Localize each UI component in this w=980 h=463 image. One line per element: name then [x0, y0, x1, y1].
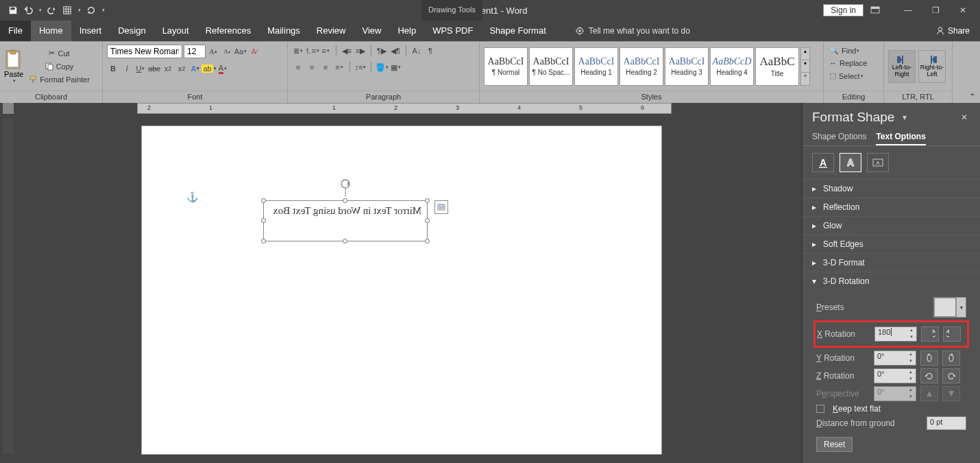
replace-button[interactable]: ↔Replace — [828, 58, 868, 69]
superscript-icon[interactable]: x2 — [175, 62, 188, 75]
vertical-ruler[interactable] — [3, 118, 14, 454]
maximize-button[interactable]: ❐ — [925, 5, 946, 15]
rtl-button[interactable]: Right-to-Left — [918, 50, 946, 83]
resize-handle[interactable] — [343, 198, 347, 203]
align-right-icon[interactable]: ≡ — [319, 61, 332, 73]
layout-options-icon[interactable] — [434, 200, 448, 214]
find-button[interactable]: 🔍Find▾ — [828, 45, 861, 56]
style-no-spacing[interactable]: AaBbCcI¶ No Spac... — [529, 47, 573, 86]
z-rotate-ccw-icon[interactable] — [920, 368, 938, 383]
styles-scroll-up[interactable]: ▴ — [801, 48, 809, 60]
rotation-handle-icon[interactable] — [339, 178, 352, 197]
numbering-icon[interactable]: ⒈≡▾ — [306, 45, 318, 57]
tab-file[interactable]: File — [0, 21, 31, 41]
section-soft-edges[interactable]: ▸Soft Edges — [803, 235, 980, 253]
textbox-content[interactable]: Mirror Text in Word using Text Box — [269, 204, 421, 218]
tab-view[interactable]: View — [354, 21, 389, 41]
x-rotation-input[interactable]: 180▲▼ — [874, 327, 917, 342]
tab-review[interactable]: Review — [308, 21, 354, 41]
text-box[interactable]: Mirror Text in Word using Text Box — [263, 200, 428, 241]
keep-flat-checkbox[interactable] — [816, 405, 824, 413]
resize-handle[interactable] — [343, 239, 347, 244]
font-size-input[interactable] — [184, 45, 206, 58]
horizontal-ruler[interactable]: 2 1 1 2 3 4 5 6 — [137, 103, 672, 114]
style-heading1[interactable]: AaBbCcIHeading 1 — [574, 47, 618, 86]
show-marks-icon[interactable]: ¶ — [424, 45, 437, 57]
resize-handle[interactable] — [261, 198, 266, 203]
ltr-direction-icon[interactable]: ¶▶ — [376, 45, 388, 57]
underline-icon[interactable]: U▾ — [134, 62, 147, 75]
text-effects-icon[interactable]: A▾ — [189, 62, 201, 75]
styles-scroll-down[interactable]: ▾ — [801, 60, 809, 72]
resize-handle[interactable] — [261, 239, 266, 244]
tab-home[interactable]: Home — [31, 21, 71, 41]
shading-icon[interactable]: 🪣▾ — [376, 61, 388, 73]
z-rotation-input[interactable]: 0°▲▼ — [874, 368, 916, 383]
undo-dropdown[interactable]: ▾ — [39, 8, 42, 13]
decrease-indent-icon[interactable]: ◀≡ — [341, 45, 353, 57]
save-icon[interactable] — [8, 5, 18, 15]
refresh-icon[interactable] — [86, 5, 96, 15]
styles-more[interactable]: ▿ — [801, 72, 809, 84]
presets-preview[interactable] — [934, 298, 956, 317]
resize-handle[interactable] — [425, 218, 430, 223]
tab-mailings[interactable]: Mailings — [259, 21, 308, 41]
minimize-button[interactable]: — — [898, 5, 918, 15]
close-button[interactable]: ✕ — [953, 5, 973, 15]
format-painter-button[interactable]: Format Painter — [27, 74, 91, 85]
style-normal[interactable]: AaBbCcI¶ Normal — [484, 47, 528, 86]
share-button[interactable]: Share — [925, 21, 980, 41]
z-rotate-cw-icon[interactable] — [942, 368, 960, 383]
clear-format-icon[interactable]: A⁄ — [248, 45, 260, 58]
sort-icon[interactable]: A↓ — [411, 45, 423, 57]
undo-icon[interactable] — [23, 5, 33, 15]
textbox-icon[interactable]: A — [867, 153, 889, 172]
text-fill-outline-icon[interactable]: A — [812, 153, 834, 172]
bold-icon[interactable]: B — [107, 62, 119, 75]
section-3d-format[interactable]: ▸3-D Format — [803, 253, 980, 272]
distance-input[interactable]: 0 pt — [927, 416, 966, 430]
align-left-icon[interactable]: ≡ — [292, 61, 304, 73]
panel-dropdown-icon[interactable]: ▾ — [898, 112, 911, 122]
section-reflection[interactable]: ▸Reflection — [803, 198, 980, 216]
tab-references[interactable]: References — [197, 21, 259, 41]
strikethrough-icon[interactable]: abc — [148, 62, 160, 75]
table-icon[interactable] — [62, 5, 72, 15]
resize-handle[interactable] — [425, 198, 430, 203]
style-heading4[interactable]: AaBbCcDHeading 4 — [710, 47, 754, 86]
cut-button[interactable]: ✂Cut — [27, 47, 91, 59]
grow-font-icon[interactable]: A▴ — [207, 45, 219, 58]
justify-icon[interactable]: ≡▾ — [333, 61, 345, 73]
panel-tab-shape-options[interactable]: Shape Options — [812, 129, 866, 145]
qat-customize-dropdown[interactable]: ▾ — [102, 8, 105, 13]
y-rotate-right-icon[interactable] — [942, 351, 960, 366]
style-title[interactable]: AaBbCTitle — [755, 47, 799, 86]
style-heading3[interactable]: AaBbCcIHeading 3 — [665, 47, 709, 86]
qat-dropdown-1[interactable]: ▾ — [78, 8, 81, 13]
subscript-icon[interactable]: x2 — [162, 62, 174, 75]
presets-dropdown[interactable]: ▾ — [956, 298, 966, 317]
ltr-button[interactable]: Left-to-Right — [888, 50, 916, 83]
rtl-direction-icon[interactable]: ◀¶ — [389, 45, 402, 57]
section-shadow[interactable]: ▸Shadow — [803, 179, 980, 198]
italic-icon[interactable]: I — [121, 62, 133, 75]
tell-me-search[interactable]: Tell me what you want to do — [575, 21, 690, 41]
text-effects-icon[interactable]: A — [840, 153, 861, 172]
line-spacing-icon[interactable]: ↕≡▾ — [354, 61, 367, 73]
tab-insert[interactable]: Insert — [71, 21, 110, 41]
y-rotation-input[interactable]: 0°▲▼ — [874, 351, 916, 366]
sign-in-button[interactable]: Sign in — [823, 4, 863, 16]
paste-button[interactable]: Paste ▾ — [4, 49, 23, 84]
panel-tab-text-options[interactable]: Text Options — [876, 129, 925, 145]
styles-gallery[interactable]: AaBbCcI¶ Normal AaBbCcI¶ No Spac... AaBb… — [484, 47, 810, 86]
panel-close-icon[interactable]: ✕ — [958, 112, 970, 122]
collapse-ribbon-icon[interactable]: ⌃ — [969, 92, 976, 102]
keep-text-flat-row[interactable]: Keep text flat — [816, 404, 966, 414]
select-button[interactable]: ⬚Select▾ — [828, 70, 865, 82]
copy-button[interactable]: Copy — [27, 61, 91, 72]
tab-layout[interactable]: Layout — [154, 21, 197, 41]
tab-help[interactable]: Help — [389, 21, 424, 41]
change-case-icon[interactable]: Aa▾ — [234, 45, 247, 58]
x-rotate-left-icon[interactable] — [921, 327, 939, 342]
x-rotate-right-icon[interactable] — [943, 327, 961, 342]
